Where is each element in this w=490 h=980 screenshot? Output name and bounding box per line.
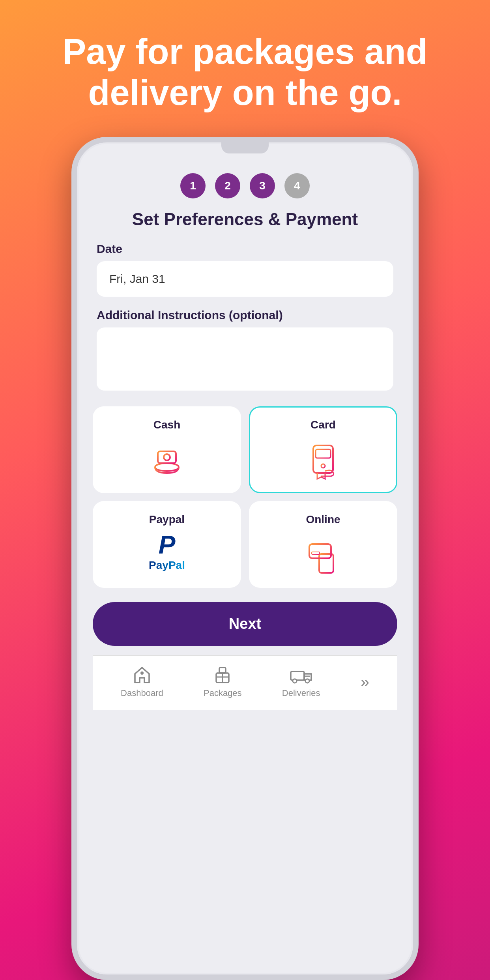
- svg-rect-18: [291, 671, 304, 680]
- phone-frame: 1 2 3 4 Set Preferences & Payment Date A…: [71, 137, 419, 980]
- svg-rect-5: [316, 449, 331, 458]
- payment-grid: Cash Car: [93, 406, 397, 588]
- cash-label: Cash: [153, 419, 180, 431]
- packages-label: Packages: [204, 688, 242, 698]
- svg-rect-12: [312, 552, 320, 554]
- step-1[interactable]: 1: [180, 173, 206, 198]
- deliveries-icon: [289, 665, 313, 685]
- nav-more[interactable]: »: [361, 673, 369, 691]
- svg-rect-10: [309, 544, 331, 558]
- dashboard-icon: [130, 665, 154, 685]
- instructions-label: Additional Instructions (optional): [97, 309, 393, 322]
- payment-option-cash[interactable]: Cash: [93, 406, 241, 493]
- phone-inner: 1 2 3 4 Set Preferences & Payment Date A…: [77, 153, 413, 974]
- next-button[interactable]: Next: [93, 602, 397, 646]
- online-icon: [301, 532, 345, 576]
- svg-point-13: [140, 671, 144, 675]
- nav-dashboard[interactable]: Dashboard: [121, 665, 163, 698]
- paypal-logo: P PayPal: [149, 532, 185, 572]
- step-2[interactable]: 2: [215, 173, 240, 198]
- hero-title: Pay for packages and delivery on the go.: [0, 0, 490, 137]
- deliveries-label: Deliveries: [282, 688, 320, 698]
- step-3[interactable]: 3: [250, 173, 275, 198]
- packages-icon: [211, 665, 234, 685]
- date-label: Date: [97, 242, 393, 256]
- svg-point-2: [164, 454, 170, 460]
- cash-icon: [145, 438, 189, 481]
- svg-point-19: [293, 679, 297, 683]
- online-label: Online: [306, 513, 340, 526]
- payment-option-online[interactable]: Online: [249, 501, 397, 588]
- date-input[interactable]: [97, 261, 393, 297]
- svg-point-20: [305, 679, 309, 683]
- more-icon: »: [361, 673, 369, 691]
- card-label: Card: [310, 419, 336, 431]
- step-4[interactable]: 4: [284, 173, 310, 198]
- phone-notch: [221, 142, 269, 153]
- dashboard-label: Dashboard: [121, 688, 163, 698]
- step-indicators: 1 2 3 4: [93, 173, 397, 198]
- nav-deliveries[interactable]: Deliveries: [282, 665, 320, 698]
- nav-packages[interactable]: Packages: [204, 665, 242, 698]
- bottom-nav: Dashboard Packages: [93, 655, 397, 710]
- instructions-input[interactable]: [97, 327, 393, 391]
- page-title: Set Preferences & Payment: [93, 208, 397, 230]
- card-icon: [301, 438, 345, 481]
- svg-rect-15: [219, 668, 226, 673]
- payment-option-card[interactable]: Card: [249, 406, 397, 493]
- form-section: Date Additional Instructions (optional): [93, 242, 397, 406]
- paypal-label: Paypal: [149, 513, 185, 526]
- svg-rect-1: [158, 451, 176, 463]
- svg-point-6: [321, 464, 325, 468]
- payment-option-paypal[interactable]: Paypal P PayPal: [93, 501, 241, 588]
